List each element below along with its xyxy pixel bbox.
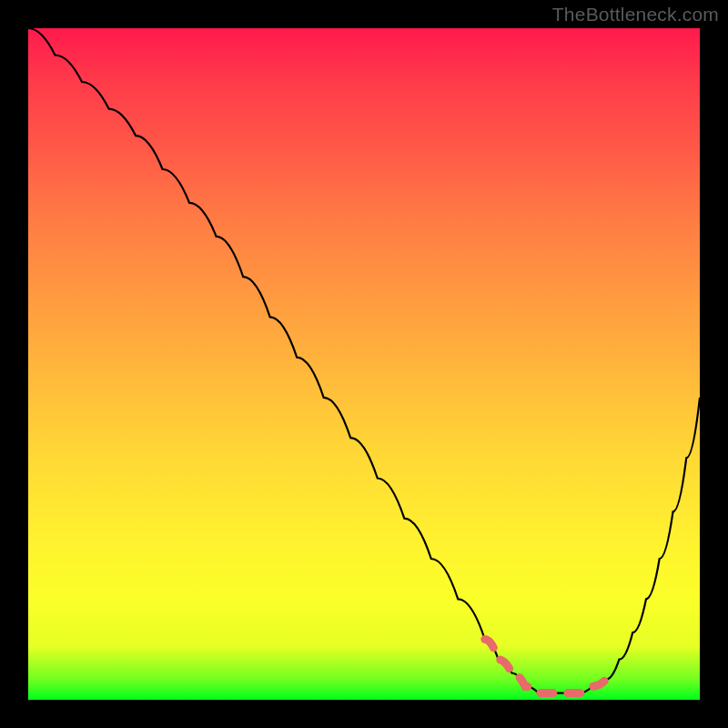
chart-frame: TheBottleneck.com [0,0,728,728]
bottleneck-curve [28,28,700,693]
optimal-zone-highlight [485,640,606,693]
chart-svg [28,28,700,700]
watermark-text: TheBottleneck.com [552,4,719,25]
plot-area [28,28,700,700]
